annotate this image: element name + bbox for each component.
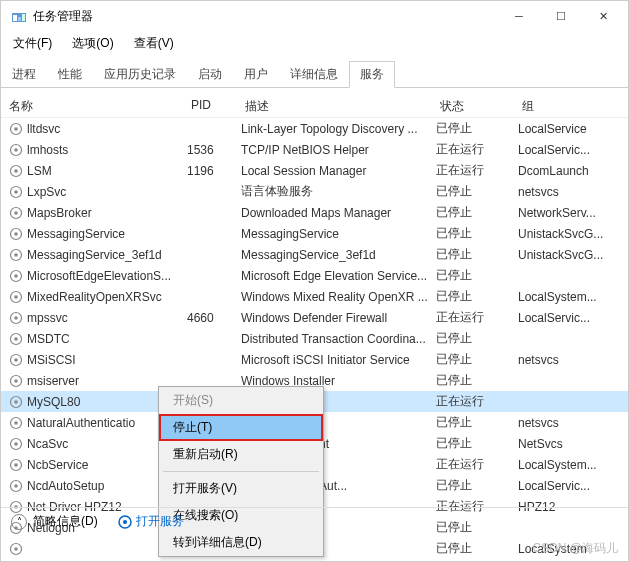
svc-name: MessagingService_3ef1d [27, 248, 162, 262]
fewer-details-label[interactable]: 简略信息(D) [33, 513, 98, 530]
svc-desc: Microsoft iSCSI Initiator Service [241, 353, 436, 367]
ctx-openservices[interactable]: 打开服务(V) [159, 475, 323, 502]
header-desc[interactable]: 描述 [245, 98, 440, 115]
svg-point-9 [14, 169, 18, 173]
svg-point-39 [14, 484, 18, 488]
titlebar: 任务管理器 ─ ☐ ✕ [1, 1, 628, 31]
svc-group: LocalServic... [518, 311, 620, 325]
table-row[interactable]: MicrosoftEdgeElevationS...Microsoft Edge… [1, 265, 628, 286]
close-button[interactable]: ✕ [582, 2, 624, 30]
gear-icon [9, 269, 23, 283]
menu-options[interactable]: 选项(O) [68, 33, 117, 54]
svc-name: lltdsvc [27, 122, 60, 136]
gear-icon [9, 395, 23, 409]
header-status[interactable]: 状态 [440, 98, 522, 115]
ctx-restart[interactable]: 重新启动(R) [159, 441, 323, 468]
ctx-start: 开始(S) [159, 387, 323, 414]
svc-pid: 4660 [187, 311, 241, 325]
table-row[interactable]: MSiSCSIMicrosoft iSCSI Initiator Service… [1, 349, 628, 370]
svc-desc: 语言体验服务 [241, 183, 436, 200]
svc-status: 已停止 [436, 204, 518, 221]
table-row[interactable]: mpssvc4660Windows Defender Firewall正在运行L… [1, 307, 628, 328]
menu-file[interactable]: 文件(F) [9, 33, 56, 54]
svg-rect-2 [18, 17, 21, 21]
svg-point-11 [14, 190, 18, 194]
table-row[interactable]: MapsBrokerDownloaded Maps Manager已停止Netw… [1, 202, 628, 223]
svg-point-29 [14, 379, 18, 383]
gear-icon [9, 206, 23, 220]
minimize-button[interactable]: ─ [498, 2, 540, 30]
svc-status: 已停止 [436, 267, 518, 284]
tab-performance[interactable]: 性能 [47, 61, 93, 88]
svc-name: MSiSCSI [27, 353, 76, 367]
maximize-button[interactable]: ☐ [540, 2, 582, 30]
watermark: CSDN @海码儿 [532, 540, 618, 557]
svc-status: 正在运行 [436, 141, 518, 158]
svc-status: 正在运行 [436, 309, 518, 326]
tab-apphistory[interactable]: 应用历史记录 [93, 61, 187, 88]
services-icon [118, 515, 132, 529]
table-row[interactable]: lltdsvcLink-Layer Topology Discovery ...… [1, 118, 628, 139]
svc-desc: Link-Layer Topology Discovery ... [241, 122, 436, 136]
svc-group: netsvcs [518, 185, 620, 199]
table-row[interactable]: LxpSvc语言体验服务已停止netsvcs [1, 181, 628, 202]
menu-view[interactable]: 查看(V) [130, 33, 178, 54]
svc-name: LSM [27, 164, 52, 178]
table-row[interactable]: MSDTCDistributed Transaction Coordina...… [1, 328, 628, 349]
svc-name: MSDTC [27, 332, 70, 346]
svc-group: LocalServic... [518, 479, 620, 493]
svc-group: UnistackSvcG... [518, 227, 620, 241]
table-row[interactable]: MixedRealityOpenXRSvcWindows Mixed Reali… [1, 286, 628, 307]
gear-icon [9, 332, 23, 346]
svc-group: UnistackSvcG... [518, 248, 620, 262]
window-title: 任务管理器 [33, 8, 498, 25]
svg-point-23 [14, 316, 18, 320]
svg-point-27 [14, 358, 18, 362]
table-row[interactable]: lmhosts1536TCP/IP NetBIOS Helper正在运行Loca… [1, 139, 628, 160]
svc-desc: MessagingService [241, 227, 436, 241]
svc-status: 已停止 [436, 183, 518, 200]
svg-point-33 [14, 421, 18, 425]
gear-icon [9, 290, 23, 304]
svg-point-45 [14, 547, 18, 551]
svc-status: 已停止 [436, 246, 518, 263]
svc-group: LocalSystem... [518, 290, 620, 304]
svc-desc: Local Session Manager [241, 164, 436, 178]
svc-desc: Downloaded Maps Manager [241, 206, 436, 220]
tab-startup[interactable]: 启动 [187, 61, 233, 88]
tab-services[interactable]: 服务 [349, 61, 395, 88]
tab-details[interactable]: 详细信息 [279, 61, 349, 88]
svg-point-37 [14, 463, 18, 467]
header-group[interactable]: 组 [522, 98, 620, 115]
tab-processes[interactable]: 进程 [1, 61, 47, 88]
gear-icon [9, 227, 23, 241]
fewer-details-icon[interactable]: ˄ [11, 514, 27, 530]
table-row[interactable]: MessagingServiceMessagingService已停止Unist… [1, 223, 628, 244]
svc-desc: Microsoft Edge Elevation Service... [241, 269, 436, 283]
svc-group: netsvcs [518, 416, 620, 430]
table-row[interactable]: LSM1196Local Session Manager正在运行DcomLaun… [1, 160, 628, 181]
gear-icon [9, 416, 23, 430]
gear-icon [9, 374, 23, 388]
svc-name: LxpSvc [27, 185, 66, 199]
ctx-stop[interactable]: 停止(T) [159, 414, 323, 441]
tab-users[interactable]: 用户 [233, 61, 279, 88]
svc-name: mpssvc [27, 311, 68, 325]
svc-name: NcaSvc [27, 437, 68, 451]
menubar: 文件(F) 选项(O) 查看(V) [1, 31, 628, 56]
svg-point-7 [14, 148, 18, 152]
table-row[interactable]: MessagingService_3ef1dMessagingService_3… [1, 244, 628, 265]
svc-status: 正在运行 [436, 393, 518, 410]
header-name[interactable]: 名称 [9, 98, 191, 115]
gear-icon [9, 437, 23, 451]
header-pid[interactable]: PID [191, 98, 245, 115]
open-services-link[interactable]: 打开服务 [118, 513, 184, 530]
svc-status: 已停止 [436, 225, 518, 242]
gear-icon [9, 311, 23, 325]
gear-icon [9, 542, 23, 556]
gear-icon [9, 122, 23, 136]
svc-name: NaturalAuthenticatio [27, 416, 135, 430]
footer: ˄ 简略信息(D) 打开服务 [1, 507, 628, 535]
svg-rect-3 [22, 14, 25, 21]
svg-point-5 [14, 127, 18, 131]
